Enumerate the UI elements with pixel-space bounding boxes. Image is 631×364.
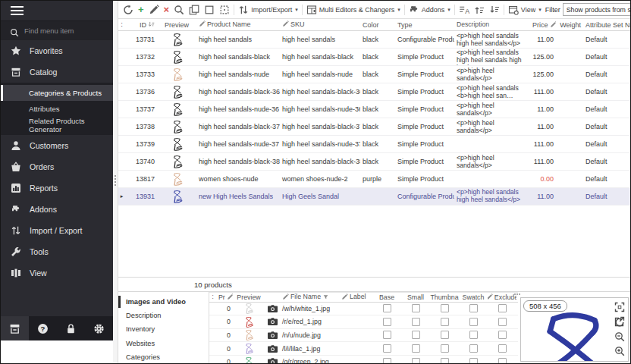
swatch-checkbox[interactable] — [469, 304, 478, 312]
small-checkbox[interactable] — [412, 331, 420, 339]
column-header-id[interactable]: ID — [125, 21, 157, 29]
import-export-menu[interactable]: Import/Export▾ — [236, 3, 300, 17]
thumbnail-checkbox[interactable] — [441, 344, 449, 353]
small-checkbox[interactable] — [412, 304, 420, 312]
swatch-checkbox[interactable] — [469, 344, 478, 353]
column-header-preview[interactable]: Preview — [157, 21, 196, 29]
sidebar-item-addons[interactable]: Addons — [1, 199, 113, 220]
column-header-label[interactable]: Label — [339, 293, 372, 302]
tab-images-and-video[interactable]: Images and Video — [118, 295, 209, 309]
swatch-checkbox[interactable] — [469, 318, 478, 326]
small-checkbox[interactable] — [412, 318, 420, 326]
category-filter-select[interactable]: Show products from selected categories▾ — [563, 3, 630, 16]
column-header-attribute-set[interactable]: Attribute Set Name — [583, 21, 630, 29]
thumbnail-checkbox[interactable] — [441, 318, 449, 326]
sidebar-item-view[interactable]: View — [1, 262, 113, 284]
thumbnail-checkbox[interactable] — [441, 358, 449, 364]
store-icon[interactable] — [1, 316, 29, 340]
table-row[interactable]: 13817 women shoes-nude women shoes-nude-… — [118, 171, 630, 188]
paste-special-button[interactable] — [217, 3, 232, 17]
copy-button[interactable] — [187, 3, 202, 17]
column-header-small[interactable]: Small — [401, 293, 430, 301]
tab-description[interactable]: Description — [118, 309, 209, 322]
column-header-sku[interactable]: SKU — [280, 20, 360, 30]
sidebar-item-customers[interactable]: Customers — [1, 135, 113, 156]
table-row[interactable]: 0 /r/e/red_1.jpg — [209, 315, 518, 329]
column-header-exclude[interactable]: Exclude — [488, 293, 516, 301]
rotate-icon[interactable] — [614, 317, 625, 328]
column-header-base[interactable]: Base — [372, 293, 401, 301]
tab-websites[interactable]: Websites — [118, 337, 209, 350]
column-header-description[interactable]: Description — [454, 20, 530, 28]
thumbnail-checkbox[interactable] — [441, 304, 449, 312]
table-row[interactable]: 13731 high heel sandals high heel sandal… — [118, 31, 630, 49]
thumbnail-checkbox[interactable] — [441, 331, 449, 339]
refresh-button[interactable] — [121, 3, 136, 17]
move-up-button[interactable] — [472, 3, 487, 17]
table-row[interactable]: 13739 high heel sandals-nude-37 high hee… — [118, 136, 630, 153]
translate-button[interactable]: A — [457, 3, 472, 17]
hamburger-menu-button[interactable] — [1, 1, 113, 20]
sidebar-search[interactable] — [1, 20, 113, 40]
table-row[interactable]: 13736 high heel sandals-black-36 high he… — [118, 83, 630, 101]
addons-menu[interactable]: Addons▾ — [407, 3, 453, 17]
edit-product-button[interactable] — [146, 3, 162, 17]
multi-editors-menu[interactable]: Multi Editors & Changers▾ — [304, 3, 403, 17]
exclude-checkbox[interactable] — [498, 358, 507, 364]
sidebar-item-catalog[interactable]: Catalog — [1, 61, 113, 83]
lock-icon[interactable] — [57, 316, 85, 340]
help-icon[interactable]: ? — [29, 316, 57, 340]
base-checkbox[interactable] — [383, 344, 391, 353]
swatch-checkbox[interactable] — [469, 358, 478, 364]
base-checkbox[interactable] — [383, 304, 391, 312]
search-products-button[interactable] — [171, 3, 187, 17]
exclude-checkbox[interactable] — [498, 304, 507, 312]
table-row[interactable]: 0 /g/r/green_2.jpg — [209, 356, 518, 364]
zoom-out-icon[interactable] — [614, 331, 625, 342]
table-row[interactable]: 13738 high heel sandals-black-37 high he… — [118, 118, 630, 136]
sidebar-subitem-attributes[interactable]: Attributes — [1, 101, 113, 117]
table-row[interactable]: 13732 high heel sandals-black high heel … — [118, 49, 630, 66]
column-header-color[interactable]: Color — [360, 21, 395, 29]
exclude-checkbox[interactable] — [498, 331, 507, 339]
column-header-swatch[interactable]: Swatch — [459, 293, 488, 301]
sidebar-subitem-categories-products[interactable]: Categories & Products — [1, 85, 113, 101]
tab-categories[interactable]: Categories — [118, 350, 209, 364]
sidebar-splitter[interactable] — [113, 1, 118, 363]
table-row[interactable]: 13737 high heel sandals-nude-36 high hee… — [118, 101, 630, 118]
table-row[interactable]: 13733 high heel sandals-nude high heel s… — [118, 66, 630, 83]
column-header-position[interactable]: Pr — [216, 293, 233, 301]
exclude-checkbox[interactable] — [498, 344, 507, 353]
settings-icon[interactable] — [85, 316, 113, 340]
swatch-checkbox[interactable] — [469, 331, 478, 339]
table-row[interactable]: 0 /w/h/white_1.jpg — [209, 303, 518, 316]
paste-button[interactable] — [202, 3, 217, 17]
base-checkbox[interactable] — [383, 358, 391, 364]
sidebar-item-orders[interactable]: Orders — [1, 156, 113, 177]
sidebar-subitem-related-products-generator[interactable]: Related Products Generator — [1, 117, 113, 133]
table-row[interactable]: ▸ 13931 new High Heels Sandals High Geel… — [118, 188, 630, 206]
sidebar-item-reports[interactable]: Reports — [1, 177, 113, 199]
small-checkbox[interactable] — [412, 344, 420, 353]
menu-search-input[interactable] — [24, 27, 100, 35]
column-header-price[interactable]: Price — [530, 21, 556, 29]
table-row[interactable]: 13740 high heel sandals-black-38 high he… — [118, 153, 630, 171]
delete-product-button[interactable]: × — [162, 3, 172, 16]
sidebar-item-import-export[interactable]: Import / Export — [1, 220, 113, 241]
fullscreen-icon[interactable] — [614, 302, 625, 312]
column-header-type[interactable]: Type — [395, 21, 454, 29]
exclude-checkbox[interactable] — [498, 318, 507, 326]
column-header-product-name[interactable]: Product Name — [196, 20, 280, 30]
table-row[interactable]: 0 /l/i/lilac_1.jpg — [209, 342, 518, 356]
base-checkbox[interactable] — [383, 331, 391, 339]
small-checkbox[interactable] — [412, 358, 420, 364]
sidebar-item-tools[interactable]: Tools — [1, 241, 113, 262]
table-row[interactable]: 0 /n/u/nude.jpg — [209, 329, 518, 343]
sidebar-item-favorites[interactable]: Favorites — [1, 40, 113, 61]
move-down-button[interactable] — [487, 3, 502, 17]
tab-inventory[interactable]: Inventory — [118, 322, 209, 336]
column-header-preview[interactable]: Preview — [233, 293, 265, 301]
column-header-thumbnail[interactable]: Thumbna — [430, 293, 459, 301]
add-product-button[interactable]: + — [136, 3, 146, 16]
view-menu[interactable]: View▾ — [506, 3, 544, 17]
